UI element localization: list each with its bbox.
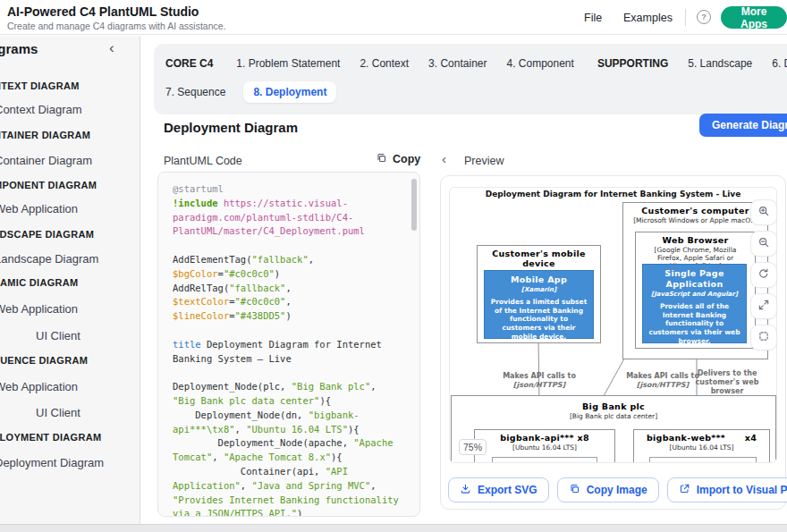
code-line: Container(api, "API bbox=[173, 465, 407, 479]
container-desc: Provides a limited subset of the Interne… bbox=[489, 298, 588, 342]
zoom-level-badge: 75% bbox=[459, 439, 487, 455]
action-label: Import to Visual Paradigm bbox=[697, 484, 787, 496]
node-subtitle: [Ubuntu 16.04 LTS] bbox=[634, 443, 769, 452]
plantuml-code-editor[interactable]: @startuml!include https://static.visual-… bbox=[157, 172, 420, 517]
code-token: Tomcat" bbox=[173, 452, 212, 462]
code-line: Deployment_Node(dn, "bigbank- bbox=[173, 409, 407, 423]
copy-icon bbox=[376, 152, 387, 166]
code-line: $textColor="#c0c0c0", bbox=[173, 295, 407, 309]
code-token: "Big Bank plc data center" bbox=[173, 395, 319, 406]
tab-2-context[interactable]: 2. Context bbox=[360, 57, 409, 70]
code-token: title bbox=[173, 339, 201, 350]
code-token: ) bbox=[275, 268, 280, 279]
node-title: Customer's mobile device bbox=[478, 249, 600, 268]
code-token: "#438DD5" bbox=[235, 310, 286, 321]
node-title: Web Browser bbox=[636, 235, 755, 245]
sidebar-section-header: CONTEXT DIAGRAM bbox=[0, 80, 80, 91]
container-tech: [JavaScript and Angular] bbox=[647, 291, 741, 298]
code-token: ){ bbox=[348, 424, 360, 435]
sidebar-item-ui-client[interactable]: UI Client bbox=[36, 406, 80, 419]
collapse-preview-icon[interactable]: ‹ bbox=[442, 151, 446, 166]
node-title: Apache Tomcat bbox=[650, 460, 756, 463]
tab-supporting[interactable]: SUPPORTING bbox=[597, 57, 668, 70]
main-area: CORE C41. Problem Statement2. Context3. … bbox=[141, 36, 787, 524]
code-line: Tomcat", "Apache Tomcat 8.x"){ bbox=[173, 451, 407, 465]
fit-selection-button[interactable] bbox=[750, 325, 777, 350]
tab-5-landscape[interactable]: 5. Landscape bbox=[688, 57, 752, 70]
sidebar-item-landscape-diagram[interactable]: Landscape Diagram bbox=[0, 252, 98, 266]
collapse-sidebar-icon[interactable]: ‹ bbox=[109, 39, 114, 57]
copy-code-button[interactable]: Copy bbox=[376, 152, 420, 166]
sidebar-item-container-diagram[interactable]: Container Diagram bbox=[0, 154, 92, 167]
fullscreen-icon bbox=[757, 299, 770, 314]
code-line: via a JSON/HTTPS API.") bbox=[173, 507, 407, 516]
sidebar-item-ui-client[interactable]: UI Client bbox=[36, 329, 80, 342]
diagram-canvas[interactable]: Deployment Diagram for Internet Banking … bbox=[449, 187, 777, 463]
sidebar-item-web-application[interactable]: Web Application bbox=[0, 380, 78, 393]
import-to-visual-paradigm-button[interactable]: Import to Visual Paradigm bbox=[667, 477, 787, 502]
page-title: Deployment Diagram bbox=[164, 120, 298, 135]
sidebar-item-web-application[interactable]: Web Application bbox=[0, 302, 78, 316]
code-token: , bbox=[309, 254, 314, 265]
code-token: Deployment_Node(dn, bbox=[173, 410, 309, 420]
tab-3-container[interactable]: 3. Container bbox=[428, 57, 487, 70]
code-token: , bbox=[285, 296, 291, 307]
code-token: ){ bbox=[319, 395, 331, 406]
code-line: "Provides Internet Banking functionality bbox=[173, 494, 407, 508]
code-token: Container(api, bbox=[173, 466, 326, 477]
sidebar-item-deployment-diagram[interactable]: Deployment Diagram bbox=[0, 456, 104, 469]
code-line: Deployment_Node(plc, "Big Bank plc", bbox=[173, 380, 407, 394]
sidebar: Diagrams ‹ CONTEXT DIAGRAMContext Diagra… bbox=[0, 36, 140, 524]
node-title: Customer's computer bbox=[623, 206, 767, 215]
menu-file[interactable]: File bbox=[584, 12, 602, 24]
container-tech: [Xamarin] bbox=[489, 286, 588, 293]
action-label: Copy Image bbox=[587, 484, 647, 496]
tab-8-deployment[interactable]: 8. Deployment bbox=[243, 81, 336, 103]
code-token: , bbox=[241, 480, 252, 491]
tab-6-dynamic[interactable]: 6. Dynamic bbox=[772, 57, 787, 70]
code-token: !include bbox=[173, 198, 224, 208]
code-line: paradigm.com/plantuml-stdlib/C4- bbox=[173, 211, 407, 225]
code-line: AddRelTag("fallback", bbox=[173, 282, 407, 296]
more-apps-button[interactable]: More Apps bbox=[721, 6, 787, 29]
container-mobile-app: Mobile App [Xamarin] Provides a limited … bbox=[484, 270, 594, 339]
edge-label-delivers: Delivers to the customer's web browser bbox=[684, 369, 770, 396]
code-token: "Apache Tomcat 8.x" bbox=[224, 452, 331, 462]
fullscreen-button[interactable] bbox=[750, 293, 777, 319]
copy-image-button[interactable]: Copy Image bbox=[557, 477, 659, 502]
code-line: AddElementTag("fallback", bbox=[173, 253, 407, 267]
generate-diagram-button[interactable]: Generate Diagram bbox=[699, 114, 787, 137]
export-svg-button[interactable]: Export SVG bbox=[448, 477, 549, 502]
code-token: ){ bbox=[331, 452, 343, 462]
code-line bbox=[173, 324, 407, 338]
tab-core-c4[interactable]: CORE C4 bbox=[165, 57, 213, 70]
sidebar-item-context-diagram[interactable]: Context Diagram bbox=[0, 103, 82, 116]
code-scrollbar[interactable] bbox=[411, 179, 417, 231]
tab-4-component[interactable]: 4. Component bbox=[506, 57, 573, 70]
edge-text: Delivers to the customer's web browser bbox=[696, 369, 759, 395]
zoom-in-button[interactable] bbox=[750, 199, 777, 225]
tab-bar: CORE C41. Problem Statement2. Context3. … bbox=[154, 44, 787, 114]
code-line: $lineColor="#438DD5") bbox=[173, 309, 407, 324]
menu-examples[interactable]: Examples bbox=[623, 12, 673, 24]
code-token: , bbox=[235, 424, 247, 435]
zoom-out-button[interactable] bbox=[750, 231, 777, 257]
code-token: "Ubuntu 16.04 LTS" bbox=[246, 424, 348, 435]
node-title: Big Bank plc bbox=[452, 401, 775, 411]
sidebar-item-web-application[interactable]: Web Application bbox=[0, 202, 78, 215]
action-label: Export SVG bbox=[478, 484, 537, 496]
sidebar-section-header: COMPONENT DIAGRAM bbox=[0, 180, 97, 190]
tab-1-problem-statement[interactable]: 1. Problem Statement bbox=[236, 57, 340, 70]
code-token: "Apache bbox=[353, 437, 393, 448]
help-icon[interactable]: ? bbox=[697, 10, 711, 24]
reset-view-button[interactable] bbox=[750, 262, 777, 288]
node-title: Apache Tomcat bbox=[493, 460, 597, 463]
tab-7-sequence[interactable]: 7. Sequence bbox=[165, 86, 225, 98]
code-token: via a JSON/HTTPS API." bbox=[173, 508, 297, 516]
node-customers-computer: Customer's computer [Microsoft Windows o… bbox=[622, 202, 768, 359]
code-token: , bbox=[370, 381, 376, 392]
download-icon bbox=[460, 483, 471, 497]
code-line: $bgColor="#c0c0c0") bbox=[173, 267, 407, 282]
code-line: Application", "Java and Spring MVC", bbox=[173, 479, 407, 494]
sidebar-section-header: SEQUENCE DIAGRAM bbox=[0, 355, 88, 366]
